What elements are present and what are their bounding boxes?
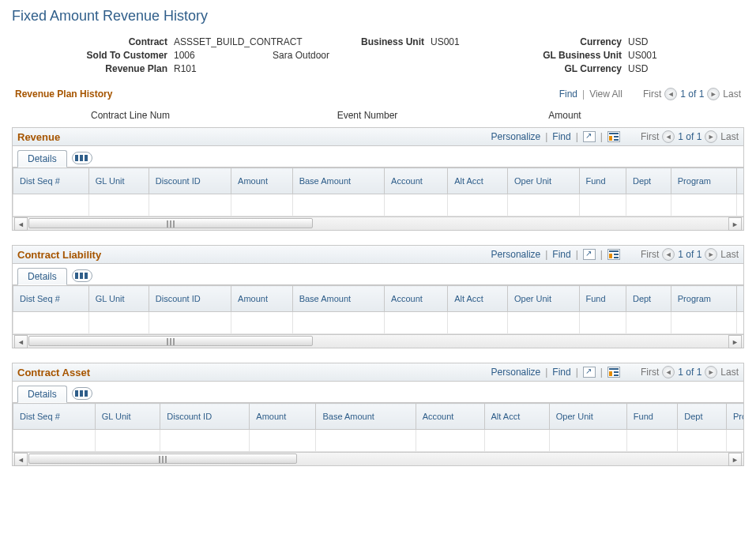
col-header[interactable]: Fund [579,168,626,194]
col-header[interactable]: Account [385,168,448,194]
asset-first[interactable]: First [641,367,659,378]
col-header[interactable]: GL Unit [95,404,160,430]
history-first[interactable]: First [643,88,661,100]
col-header[interactable]: Discount ID [160,404,250,430]
col-header[interactable]: Fund [626,404,677,430]
liability-last[interactable]: Last [720,249,739,260]
col-header[interactable]: Base Amount [292,286,384,312]
col-header[interactable]: Account [416,404,484,430]
label-gl-currency: GL Currency [525,63,628,74]
revenue-last[interactable]: Last [720,131,739,142]
col-header[interactable]: Oper Unit [549,404,626,430]
asset-scrollbar[interactable] [13,452,743,465]
value-currency: USD [628,36,648,47]
asset-details-tab[interactable]: Details [17,386,67,403]
revenue-details-tab[interactable]: Details [17,150,67,167]
subheader-contract-line-num: Contract Line Num [12,110,249,121]
col-header[interactable]: Amount [231,286,293,312]
liability-scrollbar[interactable] [13,334,743,348]
separator: | [581,88,586,100]
col-header[interactable]: Program [671,168,737,194]
col-header[interactable]: Base Amount [292,168,384,194]
value-sold-to-customer-id: 1006 [174,50,195,61]
contract-asset-grid: Contract Asset Personalize | Find | | Fi… [12,363,744,466]
col-header[interactable]: Program [726,404,743,430]
value-revenue-plan: R101 [174,63,197,74]
col-header[interactable]: Discount ID [149,286,231,312]
col-header[interactable]: Dist Seq # [13,286,89,312]
col-header[interactable]: Base Amount [316,404,416,430]
history-next-icon[interactable]: ► [707,88,720,100]
history-prev-icon[interactable]: ◄ [664,88,677,100]
col-header[interactable]: Alt Acct [484,404,549,430]
col-header[interactable]: Discount ID [149,168,231,194]
asset-download-icon[interactable] [607,367,620,378]
asset-table: Dist Seq # GL Unit Discount ID Amount Ba… [13,403,743,452]
col-header[interactable]: Oper Unit [508,168,579,194]
asset-show-all-icon[interactable] [72,387,92,400]
history-subheader-row: Contract Line Num Event Number Amount [12,104,744,127]
asset-zoom-icon[interactable] [583,367,596,378]
liability-next-icon[interactable]: ► [705,248,717,261]
col-header[interactable]: Dept [626,286,671,312]
history-view-all[interactable]: View All [589,88,622,100]
liability-find-link[interactable]: Find [552,249,570,260]
revenue-zoom-icon[interactable] [583,131,596,142]
asset-personalize-link[interactable]: Personalize [491,367,541,378]
col-header[interactable]: GL Unit [88,168,149,194]
revenue-table: Dist Seq # GL Unit Discount ID Amount Ba… [13,167,743,216]
liability-table: Dist Seq # GL Unit Discount ID Amount Ba… [13,285,743,334]
liability-download-icon[interactable] [607,249,620,260]
contract-liability-title: Contract Liability [17,249,101,261]
revenue-download-icon[interactable] [607,131,620,142]
value-business-unit: US001 [431,36,460,47]
label-contract: Contract [12,36,174,47]
col-header[interactable]: Class [737,286,743,312]
history-find-link[interactable]: Find [559,88,577,100]
liability-show-all-icon[interactable] [72,269,92,282]
revenue-first[interactable]: First [641,131,659,142]
col-header[interactable]: GL Unit [88,286,149,312]
revenue-next-icon[interactable]: ► [705,130,717,143]
col-header[interactable]: Dept [678,404,727,430]
history-position: 1 of 1 [680,88,704,100]
history-last[interactable]: Last [723,88,741,100]
revenue-show-all-icon[interactable] [72,152,92,164]
col-header[interactable]: Class [737,168,743,194]
liability-first[interactable]: First [641,249,659,260]
label-currency: Currency [525,36,628,47]
value-sold-to-customer-name: Sara Outdoor [217,50,329,61]
asset-last[interactable]: Last [720,367,739,378]
liability-prev-icon[interactable]: ◄ [662,248,675,261]
liability-position: 1 of 1 [678,249,701,260]
revenue-grid: Revenue Personalize | Find | | First ◄ 1… [12,127,744,231]
subheader-event-number: Event Number [249,110,486,121]
asset-prev-icon[interactable]: ◄ [662,366,675,378]
col-header[interactable]: Program [671,286,737,312]
col-header[interactable]: Oper Unit [508,286,579,312]
liability-personalize-link[interactable]: Personalize [491,249,541,260]
revenue-find-link[interactable]: Find [552,131,570,142]
col-header[interactable]: Amount [250,404,316,430]
col-header[interactable]: Dept [626,168,671,194]
liability-zoom-icon[interactable] [583,249,596,260]
revenue-prev-icon[interactable]: ◄ [662,130,675,143]
asset-next-icon[interactable]: ► [705,366,717,378]
contract-asset-title: Contract Asset [17,367,90,378]
col-header[interactable]: Alt Acct [448,168,508,194]
liability-details-tab[interactable]: Details [17,268,67,285]
asset-find-link[interactable]: Find [552,367,570,378]
revenue-plan-history-bar: Revenue Plan History Find | View All Fir… [12,86,744,102]
revenue-scrollbar[interactable] [13,216,743,230]
revenue-grid-title: Revenue [17,131,60,143]
col-header[interactable]: Alt Acct [448,286,508,312]
label-revenue-plan: Revenue Plan [12,63,174,74]
label-business-unit: Business Unit [344,36,431,47]
col-header[interactable]: Account [385,286,448,312]
col-header[interactable]: Amount [231,168,293,194]
col-header[interactable]: Fund [579,286,626,312]
col-header[interactable]: Dist Seq # [13,168,89,194]
revenue-personalize-link[interactable]: Personalize [491,131,541,142]
revenue-position: 1 of 1 [678,131,701,142]
col-header[interactable]: Dist Seq # [13,404,96,430]
